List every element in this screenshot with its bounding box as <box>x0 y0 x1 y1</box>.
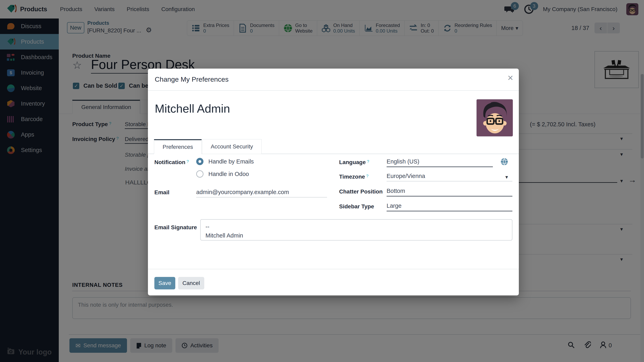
tab-account-security[interactable]: Account Security <box>202 139 262 154</box>
chatter-position-select[interactable]: Bottom <box>386 188 512 196</box>
modal-header: Change My Preferences × <box>148 69 519 91</box>
tab-preferences[interactable]: Preferences <box>154 139 202 154</box>
modal-tabs: Preferences Account Security <box>148 139 519 154</box>
email-label: Email <box>154 189 170 196</box>
globe-icon[interactable] <box>500 158 508 166</box>
radio-selected-icon <box>196 158 204 165</box>
notification-label: Notification? <box>154 159 189 166</box>
save-button[interactable]: Save <box>154 277 175 289</box>
timezone-label: Timezone? <box>339 174 368 180</box>
signature-line: Mitchell Admin <box>206 231 507 240</box>
email-signature-input[interactable]: -- Mitchell Admin <box>200 219 512 241</box>
app-root: Products Products Variants Pricelists Co… <box>0 0 644 362</box>
radio-handle-by-emails[interactable]: Handle by Emails <box>196 158 254 165</box>
signature-line: -- <box>206 222 507 231</box>
close-icon[interactable]: × <box>508 73 513 83</box>
chatter-position-label: Chatter Position <box>339 188 382 195</box>
email-input[interactable]: admin@yourcompany.example.com <box>196 189 327 198</box>
help-icon[interactable]: ? <box>186 159 189 164</box>
language-label: Language? <box>339 159 369 166</box>
sidebar-type-select[interactable]: Large <box>386 203 512 211</box>
timezone-select[interactable]: Europe/Vienna <box>386 173 512 181</box>
cancel-button[interactable]: Cancel <box>178 277 204 289</box>
radio-handle-in-odoo[interactable]: Handle in Odoo <box>196 170 249 178</box>
radio-unselected-icon <box>196 170 204 178</box>
language-select[interactable]: English (US) <box>386 158 493 167</box>
modal-user-name: Mitchell Admin <box>155 102 230 115</box>
sidebar-type-label: Sidebar Type <box>339 203 374 210</box>
help-icon[interactable]: ? <box>367 159 369 164</box>
preferences-modal: Change My Preferences × Mitchell Admin P… <box>148 69 519 296</box>
help-icon[interactable]: ? <box>366 174 368 178</box>
chevron-down-icon[interactable]: ▾ <box>505 174 508 180</box>
email-signature-label: Email Signature <box>154 224 197 231</box>
modal-user-avatar[interactable] <box>476 99 513 137</box>
modal-title: Change My Preferences <box>155 75 228 83</box>
modal-footer: Save Cancel <box>148 269 519 296</box>
